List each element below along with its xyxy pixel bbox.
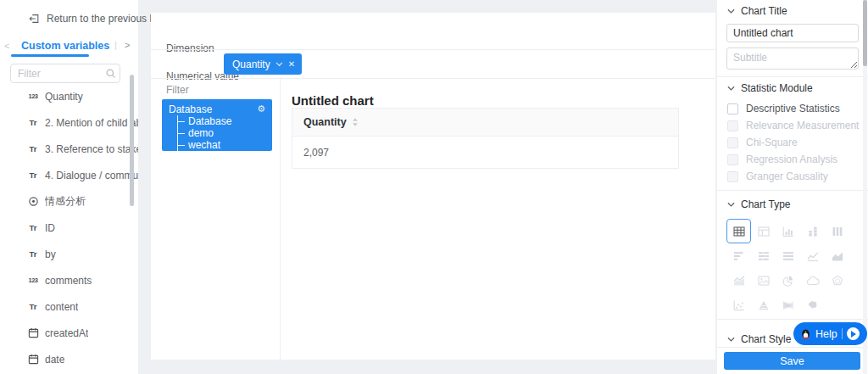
chart-type-line-chart[interactable] (800, 243, 825, 268)
tab-custom-variables[interactable]: Custom variables (21, 40, 109, 52)
close-icon[interactable]: ✕ (288, 59, 295, 69)
gear-icon[interactable]: ⚙ (257, 103, 265, 114)
line-area-icon (732, 274, 746, 287)
tree-root-label[interactable]: Database (169, 103, 212, 115)
penguin-icon (800, 328, 811, 340)
variable-label: 2. Mention of child abuse-O... (45, 117, 138, 129)
save-button[interactable]: Save (724, 352, 860, 370)
tab-scroll-right-icon[interactable]: > (125, 40, 130, 50)
sidebar-scrollbar[interactable] (130, 75, 134, 206)
variable-label: 4. Dialogue / communicatio... (45, 170, 138, 181)
tab-scroll-left-icon[interactable]: < (4, 41, 9, 51)
chart-type-cloud[interactable] (800, 268, 825, 293)
variable-label: comments (45, 275, 92, 287)
variable-item[interactable]: Tr3. Reference to stakeholder... (0, 136, 138, 162)
chart-type-scatter[interactable] (726, 293, 751, 317)
chart-type-card[interactable] (751, 219, 776, 243)
variable-item[interactable]: Tr2. Mention of child abuse-O... (0, 109, 138, 136)
chart-type-radar[interactable] (825, 268, 849, 293)
return-icon (28, 13, 40, 25)
statistic-option[interactable]: Descriptive Statistics (727, 100, 859, 117)
checkbox-label: Regression Analysis (746, 154, 837, 165)
tree-node[interactable]: wechat (178, 139, 265, 151)
help-button[interactable]: Help (793, 322, 867, 345)
picture-icon (757, 274, 771, 287)
chart-type-bar-rank[interactable] (726, 243, 751, 268)
section-chart-title[interactable]: Chart Title (727, 5, 787, 17)
sort-icon[interactable] (352, 117, 359, 127)
chart-type-line-area[interactable] (726, 268, 751, 293)
row-divider (151, 49, 715, 50)
help-label: Help (815, 328, 837, 340)
section-chart-style[interactable]: Chart Style (727, 333, 791, 345)
chevron-down-icon (727, 337, 735, 343)
tree-node[interactable]: demo (178, 127, 265, 139)
pie-chart-icon (782, 274, 795, 287)
chart-type-table[interactable] (726, 219, 751, 243)
section-divider (717, 347, 868, 348)
chart-type-map[interactable] (800, 293, 825, 317)
section-statistic-module[interactable]: Statistic Module (727, 82, 813, 94)
variable-item[interactable]: Trcontent (0, 293, 138, 320)
chevron-down-icon[interactable] (275, 62, 283, 67)
statistic-option: Regression Analysis (727, 151, 859, 168)
card-icon (757, 225, 771, 238)
return-previous-level-button[interactable]: Return to the previous level (28, 13, 170, 25)
checkbox-label: Granger Causality (746, 170, 828, 182)
variable-label: ID (45, 222, 55, 234)
checkbox-label: Relevance Measurement (746, 120, 859, 131)
variable-label: by (45, 248, 56, 260)
variable-item[interactable]: 123Quantity (0, 83, 138, 109)
scatter-icon (732, 299, 746, 312)
result-table: Quantity 2,097 (292, 108, 679, 169)
database-filter-tree[interactable]: Database ⚙ Databasedemowechat (162, 99, 272, 151)
chart-type-list-lines[interactable] (776, 243, 800, 268)
chart-type-vertical-bars[interactable] (825, 219, 849, 243)
variable-item[interactable]: date (0, 346, 138, 372)
chart-title-input[interactable] (726, 24, 859, 42)
section-chart-type[interactable]: Chart Type (727, 198, 790, 210)
chart-type-stacked-bar[interactable] (751, 243, 776, 268)
table-row: 2,097 (292, 137, 678, 168)
measure-chip-quantity[interactable]: Quantity ✕ (224, 53, 302, 75)
cell-quantity-value: 2,097 (303, 147, 329, 159)
variable-item[interactable]: Trby (0, 241, 138, 267)
variable-item[interactable]: createdAt (0, 320, 138, 346)
statistic-option: Relevance Measurement (727, 117, 859, 134)
chart-type-column-chart[interactable] (776, 219, 800, 243)
chart-type-stacked-column[interactable] (800, 219, 825, 243)
chart-type-funnel[interactable] (776, 293, 800, 317)
variable-filter-input[interactable] (10, 64, 120, 83)
statistic-option: Chi-Square (727, 134, 859, 151)
section-label: Chart Title (741, 5, 787, 17)
variable-label: Quantity (45, 91, 83, 103)
settings-scrollbar[interactable] (863, 0, 867, 374)
play-icon[interactable] (847, 327, 860, 340)
text-icon: Tr (25, 118, 41, 127)
chart-type-grid (726, 219, 849, 317)
chart-type-pyramid[interactable] (751, 293, 776, 317)
text-icon: Tr (25, 170, 41, 180)
checkbox (727, 171, 738, 182)
checkbox-label: Descriptive Statistics (746, 103, 840, 114)
section-divider (717, 76, 868, 77)
subtitle-input[interactable] (726, 47, 859, 70)
number-icon: 123 (25, 92, 41, 100)
variable-item[interactable]: 情感分析 (0, 188, 138, 215)
stacked-bar-icon (757, 249, 771, 263)
chart-type-pie-chart[interactable] (776, 268, 800, 293)
chart-type-area-chart[interactable] (825, 243, 849, 268)
scrollbar-thumb[interactable] (863, 0, 867, 66)
chart-type-picture[interactable] (751, 268, 776, 293)
search-icon[interactable] (105, 68, 116, 79)
checkbox[interactable] (727, 103, 738, 114)
checkbox (727, 154, 738, 165)
column-header-quantity: Quantity (303, 116, 347, 128)
checkbox (727, 120, 738, 131)
tree-node[interactable]: Database (178, 115, 265, 127)
variable-item[interactable]: 123comments (0, 267, 138, 293)
variable-item[interactable]: Tr4. Dialogue / communicatio... (0, 162, 138, 188)
column-chart-icon (782, 225, 795, 238)
variable-item[interactable]: TrID (0, 215, 138, 241)
variable-label: createdAt (45, 327, 88, 339)
